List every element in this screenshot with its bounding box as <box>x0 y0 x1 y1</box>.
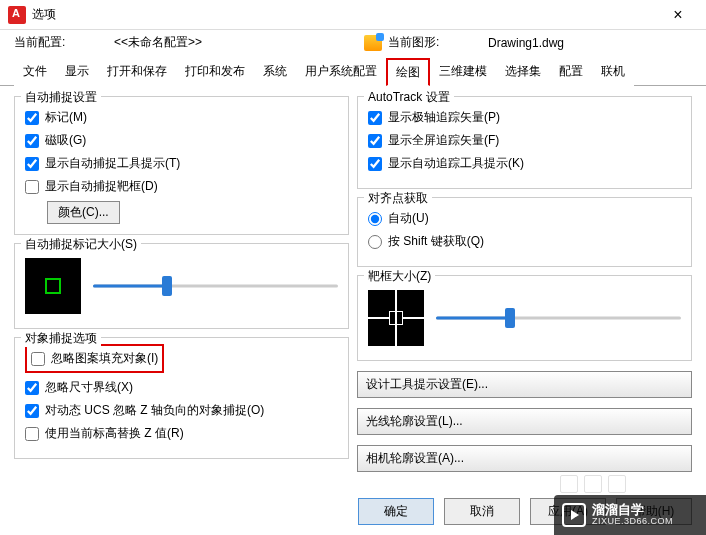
tab-online[interactable]: 联机 <box>592 58 634 86</box>
aperture-size-legend: 靶框大小(Z) <box>364 268 435 285</box>
profile-row: 当前配置: <<未命名配置>> 当前图形: Drawing1.dwg <box>0 30 706 55</box>
ucs-negz-checkbox-input[interactable] <box>25 404 39 418</box>
marker-checkbox-label: 标记(M) <box>45 109 87 126</box>
marker-size-slider[interactable] <box>93 276 338 296</box>
tab-system[interactable]: 系统 <box>254 58 296 86</box>
colors-button[interactable]: 颜色(C)... <box>47 201 120 224</box>
design-tooltip-button[interactable]: 设计工具提示设置(E)... <box>357 371 692 398</box>
ucs-negz-checkbox-label: 对动态 UCS 忽略 Z 轴负向的对象捕捉(O) <box>45 402 264 419</box>
aperture-size-group: 靶框大小(Z) <box>357 275 692 361</box>
tab-open-save[interactable]: 打开和保存 <box>98 58 176 86</box>
object-snap-options-group: 对象捕捉选项 忽略图案填充对象(I) 忽略尺寸界线(X) 对动态 UCS 忽略 … <box>14 337 349 459</box>
drawing-icon <box>364 35 382 51</box>
snap-tooltip-checkbox[interactable]: 显示自动捕捉工具提示(T) <box>25 155 338 172</box>
ignore-dim-checkbox[interactable]: 忽略尺寸界线(X) <box>25 379 338 396</box>
aperture-preview-icon <box>368 290 424 346</box>
tab-bar: 文件 显示 打开和保存 打印和发布 系统 用户系统配置 绘图 三维建模 选择集 … <box>0 57 706 86</box>
current-profile-value: <<未命名配置>> <box>114 34 364 51</box>
alignment-group: 对齐点获取 自动(U) 按 Shift 键获取(Q) <box>357 197 692 267</box>
magnet-checkbox-label: 磁吸(G) <box>45 132 86 149</box>
ignore-hatch-highlight: 忽略图案填充对象(I) <box>25 344 164 373</box>
ignore-hatch-checkbox-label: 忽略图案填充对象(I) <box>51 350 158 367</box>
marker-size-legend: 自动捕捉标记大小(S) <box>21 236 141 253</box>
watermark-url: ZIXUE.3D66.COM <box>592 517 673 527</box>
marker-size-group: 自动捕捉标记大小(S) <box>14 243 349 329</box>
tab-user[interactable]: 用户系统配置 <box>296 58 386 86</box>
alignment-shift-radio-label: 按 Shift 键获取(Q) <box>388 233 484 250</box>
aperture-box-checkbox-label: 显示自动捕捉靶框(D) <box>45 178 158 195</box>
autotrack-legend: AutoTrack 设置 <box>364 89 454 106</box>
ignore-hatch-checkbox[interactable]: 忽略图案填充对象(I) <box>31 350 158 367</box>
polar-track-checkbox[interactable]: 显示极轴追踪矢量(P) <box>368 109 681 126</box>
fullscreen-track-checkbox-input[interactable] <box>368 134 382 148</box>
fullscreen-track-checkbox-label: 显示全屏追踪矢量(F) <box>388 132 499 149</box>
alignment-auto-radio[interactable]: 自动(U) <box>368 210 681 227</box>
tab-draw[interactable]: 绘图 <box>386 58 430 86</box>
ignore-dim-checkbox-label: 忽略尺寸界线(X) <box>45 379 133 396</box>
snap-tooltip-checkbox-label: 显示自动捕捉工具提示(T) <box>45 155 180 172</box>
alignment-auto-radio-label: 自动(U) <box>388 210 429 227</box>
alignment-shift-radio-input[interactable] <box>368 235 382 249</box>
titlebar: 选项 × <box>0 0 706 30</box>
autotrack-tooltip-checkbox[interactable]: 显示自动追踪工具提示(K) <box>368 155 681 172</box>
marker-checkbox[interactable]: 标记(M) <box>25 109 338 126</box>
light-glyph-button[interactable]: 光线轮廓设置(L)... <box>357 408 692 435</box>
fullscreen-track-checkbox[interactable]: 显示全屏追踪矢量(F) <box>368 132 681 149</box>
ok-button[interactable]: 确定 <box>358 498 434 525</box>
replace-z-checkbox[interactable]: 使用当前标高替换 Z 值(R) <box>25 425 338 442</box>
aperture-box-checkbox-input[interactable] <box>25 180 39 194</box>
magnet-checkbox-input[interactable] <box>25 134 39 148</box>
ucs-negz-checkbox[interactable]: 对动态 UCS 忽略 Z 轴负向的对象捕捉(O) <box>25 402 338 419</box>
ignore-dim-checkbox-input[interactable] <box>25 381 39 395</box>
close-icon[interactable]: × <box>658 6 698 24</box>
polar-track-checkbox-input[interactable] <box>368 111 382 125</box>
alignment-legend: 对齐点获取 <box>364 190 432 207</box>
tab-display[interactable]: 显示 <box>56 58 98 86</box>
marker-checkbox-input[interactable] <box>25 111 39 125</box>
current-profile-label: 当前配置: <box>14 34 114 51</box>
tab-file[interactable]: 文件 <box>14 58 56 86</box>
alignment-auto-radio-input[interactable] <box>368 212 382 226</box>
tab-3d[interactable]: 三维建模 <box>430 58 496 86</box>
snap-tooltip-checkbox-input[interactable] <box>25 157 39 171</box>
aperture-box-checkbox[interactable]: 显示自动捕捉靶框(D) <box>25 178 338 195</box>
tab-select[interactable]: 选择集 <box>496 58 550 86</box>
autosnap-group: 自动捕捉设置 标记(M) 磁吸(G) 显示自动捕捉工具提示(T) 显示自动捕捉靶… <box>14 96 349 235</box>
alignment-shift-radio[interactable]: 按 Shift 键获取(Q) <box>368 233 681 250</box>
marker-preview-icon <box>25 258 81 314</box>
cancel-button[interactable]: 取消 <box>444 498 520 525</box>
play-icon <box>562 503 586 527</box>
replace-z-checkbox-input[interactable] <box>25 427 39 441</box>
tab-print[interactable]: 打印和发布 <box>176 58 254 86</box>
watermark: 溜溜自学 ZIXUE.3D66.COM <box>554 495 706 535</box>
aperture-size-slider[interactable] <box>436 308 681 328</box>
tab-panel-draw: 自动捕捉设置 标记(M) 磁吸(G) 显示自动捕捉工具提示(T) 显示自动捕捉靶… <box>0 86 706 476</box>
replace-z-checkbox-label: 使用当前标高替换 Z 值(R) <box>45 425 184 442</box>
polar-track-checkbox-label: 显示极轴追踪矢量(P) <box>388 109 500 126</box>
current-drawing-value: Drawing1.dwg <box>488 36 648 50</box>
left-column: 自动捕捉设置 标记(M) 磁吸(G) 显示自动捕捉工具提示(T) 显示自动捕捉靶… <box>14 96 349 472</box>
autotrack-tooltip-checkbox-input[interactable] <box>368 157 382 171</box>
current-drawing-label: 当前图形: <box>388 34 488 51</box>
tab-config[interactable]: 配置 <box>550 58 592 86</box>
camera-glyph-button[interactable]: 相机轮廓设置(A)... <box>357 445 692 472</box>
autotrack-group: AutoTrack 设置 显示极轴追踪矢量(P) 显示全屏追踪矢量(F) 显示自… <box>357 96 692 189</box>
autosnap-legend: 自动捕捉设置 <box>21 89 101 106</box>
right-column: AutoTrack 设置 显示极轴追踪矢量(P) 显示全屏追踪矢量(F) 显示自… <box>357 96 692 472</box>
app-logo-icon <box>8 6 26 24</box>
object-snap-options-legend: 对象捕捉选项 <box>21 330 101 347</box>
window-title: 选项 <box>32 6 56 23</box>
magnet-checkbox[interactable]: 磁吸(G) <box>25 132 338 149</box>
ignore-hatch-checkbox-input[interactable] <box>31 352 45 366</box>
autotrack-tooltip-checkbox-label: 显示自动追踪工具提示(K) <box>388 155 524 172</box>
watermark-brand: 溜溜自学 <box>592 503 673 517</box>
